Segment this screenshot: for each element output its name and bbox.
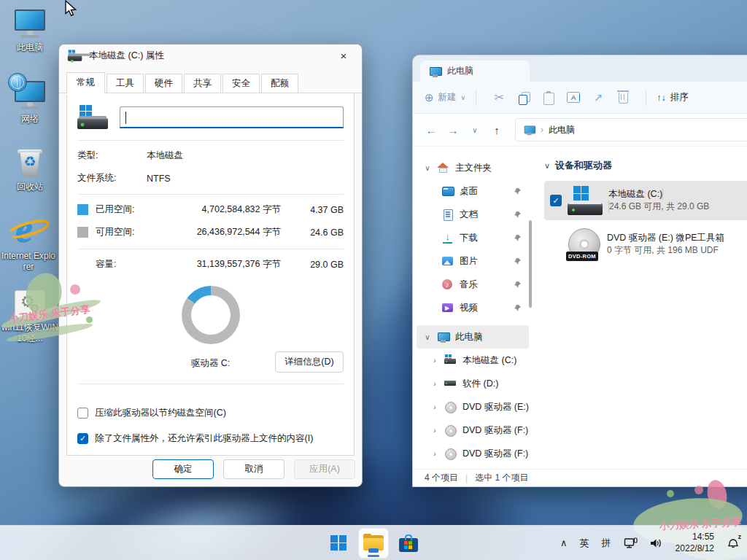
- used-space-bytes: 4,702,584,832 字节: [158, 203, 300, 216]
- desktop-icon-label: 回收站: [17, 182, 43, 192]
- free-space-swatch: [77, 227, 88, 238]
- ime-indicator-pinyin[interactable]: 拼: [602, 537, 611, 550]
- desktop-icon-recycle-bin[interactable]: ♻ 回收站: [1, 148, 58, 192]
- sidebar-item-dvd-f[interactable]: › DVD 驱动器 (F:): [417, 419, 529, 442]
- volume-icon[interactable]: [650, 537, 663, 549]
- new-button[interactable]: ⊕ 新建 ∨: [425, 91, 465, 104]
- taskbar-clock[interactable]: 14:55 2022/8/12: [676, 532, 714, 554]
- sort-icon: ↑↓: [657, 93, 666, 103]
- sidebar-item-videos[interactable]: ▶ 视频: [417, 296, 529, 319]
- taskbar-center: [324, 526, 423, 560]
- tab-quota[interactable]: 配额: [261, 74, 298, 93]
- sidebar-item-this-pc[interactable]: ∨ 此电脑: [417, 325, 529, 349]
- dialog-buttons: 确定 取消 应用(A): [152, 459, 355, 479]
- desktop-icon-network[interactable]: 网络: [1, 80, 58, 125]
- videos-icon: ▶: [441, 302, 454, 314]
- plus-icon: ⊕: [425, 91, 434, 104]
- sidebar-item-home[interactable]: ∨ 主文件夹: [417, 156, 529, 179]
- tab-security[interactable]: 安全: [222, 74, 260, 93]
- language-indicator-en[interactable]: 英: [580, 537, 589, 550]
- address-bar[interactable]: › 此电脑: [515, 118, 747, 141]
- music-icon: ♪: [441, 279, 454, 290]
- volume-label-input[interactable]: [120, 106, 344, 128]
- recent-locations-button[interactable]: ∨: [465, 126, 484, 134]
- forward-button[interactable]: →: [444, 124, 462, 136]
- share-icon: ↗: [594, 91, 603, 104]
- network-icon[interactable]: [624, 537, 638, 549]
- ok-button[interactable]: 确定: [152, 459, 214, 479]
- desktop-folder-icon: [441, 185, 454, 197]
- file-explorer-window: 此电脑 ⊕ 新建 ∨ ✂ A ↗ ↑↓ 排序 ← → ∨ ↑ › 此电脑: [412, 55, 747, 487]
- share-button[interactable]: ↗: [586, 91, 611, 104]
- sidebar-item-pictures[interactable]: 图片: [417, 249, 529, 273]
- delete-button[interactable]: [611, 91, 635, 104]
- drive-icon: [68, 50, 82, 61]
- tab-tools[interactable]: 工具: [107, 74, 144, 93]
- breadcrumb-this-pc[interactable]: 此电脑: [549, 124, 575, 136]
- tab-general[interactable]: 常规: [66, 72, 105, 93]
- tab-hardware[interactable]: 硬件: [145, 74, 182, 93]
- up-button[interactable]: ↑: [487, 124, 506, 136]
- cut-button[interactable]: ✂: [487, 90, 511, 104]
- rename-button[interactable]: A: [561, 92, 586, 103]
- drive-filesystem: UDF: [700, 245, 719, 255]
- sidebar-scrollbar[interactable]: [529, 220, 532, 308]
- sidebar-item-dvd-e[interactable]: › DVD 驱动器 (E:): [417, 395, 529, 419]
- drive-icon: [77, 105, 109, 130]
- paste-button[interactable]: [536, 92, 561, 104]
- compress-drive-checkbox[interactable]: ✓: [77, 408, 88, 419]
- internet-explorer-icon: e: [8, 210, 49, 248]
- drive-detail: 24.6 GB 可用, 共 29.0 GB: [609, 201, 709, 211]
- pin-icon: [514, 304, 522, 312]
- drive-properties-dialog: 本地磁盘 (C:) 属性 × 常规 工具 硬件 共享 安全 配额 类型: 本地磁…: [58, 44, 363, 487]
- type-value: 本地磁盘: [147, 149, 183, 162]
- start-button[interactable]: [324, 529, 353, 558]
- desktop-icon-internet-explorer[interactable]: e Internet Explorer: [0, 210, 57, 273]
- text-caret: [125, 112, 126, 124]
- sidebar-item-dvd-2[interactable]: › DVD 驱动器 (F:): [417, 442, 529, 465]
- free-space-bytes: 26,436,972,544 字节: [158, 226, 300, 238]
- cancel-button[interactable]: 取消: [223, 459, 285, 479]
- separator: [77, 194, 344, 195]
- sidebar-item-desktop[interactable]: 桌面: [417, 179, 529, 203]
- explorer-statusbar: 4 个项目 | 选中 1 个项目: [413, 469, 747, 486]
- tab-sharing[interactable]: 共享: [184, 74, 221, 93]
- group-header-devices[interactable]: ∨ 设备和驱动器: [544, 159, 747, 172]
- sidebar-item-downloads[interactable]: ↓ 下载: [417, 226, 529, 249]
- sidebar-item-drive-d[interactable]: › 软件 (D:): [417, 372, 529, 395]
- drive-tile-c[interactable]: ✓ 本地磁盘 (C:) 24.6 GB 可用, 共 29.0 GB: [544, 181, 747, 220]
- details-button[interactable]: 详细信息(D): [275, 351, 344, 373]
- taskbar-microsoft-store[interactable]: [394, 529, 423, 558]
- explorer-tab-this-pc[interactable]: 此电脑: [420, 61, 530, 82]
- taskbar-file-explorer[interactable]: [359, 529, 388, 558]
- pictures-icon: [441, 255, 454, 267]
- back-button[interactable]: ←: [422, 124, 441, 136]
- drive-tile-dvd-e[interactable]: DVD-ROM DVD 驱动器 (E:) 微PE工具箱 0 字节 可用, 共 1…: [562, 223, 747, 265]
- dialog-titlebar[interactable]: 本地磁盘 (C:) 属性 ×: [59, 44, 362, 66]
- chevron-down-icon: ∨: [424, 164, 431, 172]
- sidebar-item-drive-c[interactable]: › 本地磁盘 (C:): [417, 349, 529, 372]
- usage-donut-chart: [182, 286, 240, 344]
- explorer-toolbar: ⊕ 新建 ∨ ✂ A ↗ ↑↓ 排序: [413, 82, 747, 114]
- sort-button[interactable]: ↑↓ 排序: [657, 91, 689, 104]
- sidebar-item-music[interactable]: ♪ 音乐: [417, 273, 529, 296]
- capacity-label: 容量:: [96, 258, 158, 271]
- selected-checkbox[interactable]: ✓: [550, 195, 562, 206]
- trash-icon: [619, 93, 628, 104]
- dvd-drive-icon: [444, 448, 457, 459]
- explorer-titlebar[interactable]: 此电脑: [413, 55, 747, 82]
- hidden-icons-button[interactable]: ∧: [560, 537, 568, 548]
- desktop-icon-win11-restore[interactable]: ⚙⚙ win11恢复WIN10经...: [1, 290, 58, 344]
- copy-icon: [519, 92, 530, 104]
- dvd-rom-badge: DVD-ROM: [566, 252, 598, 261]
- sidebar-item-documents[interactable]: 文档: [417, 203, 529, 226]
- copy-button[interactable]: [511, 92, 536, 104]
- index-contents-checkbox[interactable]: ✓: [77, 433, 88, 444]
- filesystem-label: 文件系统:: [77, 172, 147, 184]
- capacity-spacer: [77, 259, 88, 270]
- apply-button[interactable]: 应用(A): [294, 459, 355, 479]
- close-icon[interactable]: ×: [333, 47, 355, 64]
- desktop-icon-this-pc[interactable]: 此电脑: [1, 9, 58, 53]
- notification-bell[interactable]: z: [727, 536, 740, 551]
- taskbar: ∧ 英 拼 14:55 2022/8/12 z: [0, 525, 747, 560]
